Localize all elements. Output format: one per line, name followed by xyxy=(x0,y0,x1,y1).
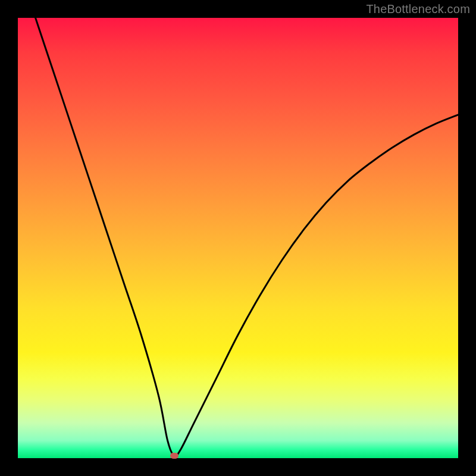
plot-area xyxy=(18,18,458,458)
minimum-marker xyxy=(170,453,178,459)
bottleneck-curve-path xyxy=(36,18,458,456)
watermark-text: TheBottleneck.com xyxy=(366,2,470,16)
chart-stage: TheBottleneck.com xyxy=(0,0,476,476)
curve-layer xyxy=(18,18,458,458)
